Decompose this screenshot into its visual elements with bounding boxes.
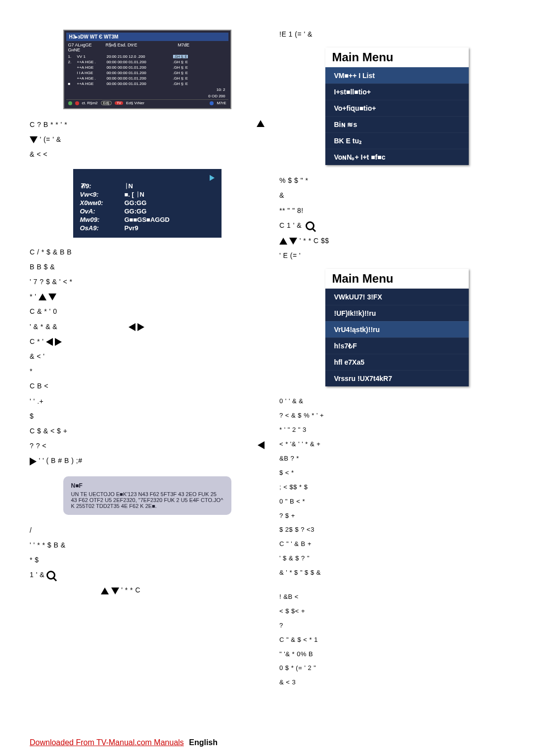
text-line: " '& * 0% B	[279, 650, 514, 659]
text-line: * '	[30, 292, 265, 301]
timer-time: 10: 2	[66, 86, 228, 93]
text-line: C $ & < $ +	[30, 426, 265, 435]
green-dot-icon	[68, 101, 72, 105]
settings-row: X0wм0:GG:GG	[80, 199, 215, 207]
settings-row: Mw09:G■■GS■AGGD	[80, 216, 215, 223]
up-arrow-icon	[101, 588, 109, 594]
menu-item[interactable]: Biɴ ≋s	[325, 116, 469, 132]
footer-link[interactable]: Downloaded From TV-Manual.com Manuals	[30, 738, 184, 747]
down-arrow-icon	[111, 588, 119, 594]
text-line: ' $ & $ ? "	[279, 554, 514, 563]
text-line: ' ' ( B # B ) ;#	[30, 456, 265, 465]
text-line: 0 " B < *	[279, 498, 514, 506]
text-line: & < <	[30, 150, 265, 159]
text-line: ' 7 ? $ & ' < *	[30, 277, 265, 286]
timer-row: ++A HGE 00:00 00:00 01.01.200 .GH §: E	[66, 65, 228, 70]
menu-item[interactable]: VM■++ I List	[325, 67, 469, 84]
menu-item[interactable]: Vrssru !UX7t4kR7	[325, 370, 469, 386]
text-line: ' & * & &	[30, 322, 265, 331]
text-line: ?	[279, 622, 514, 630]
text-line: ? < & $ % * ' +	[279, 412, 514, 420]
menu-item[interactable]: I+st■ll■tio+	[325, 84, 469, 100]
menu-item[interactable]: Vo+fiɋu■tio+	[325, 100, 469, 116]
menu-item[interactable]: VrU4!ąstk)!!ru	[325, 321, 469, 337]
menu-item[interactable]: hﬂ e7Xa5	[325, 354, 469, 370]
footer-language: English	[189, 738, 218, 747]
text-line: ? ? <	[30, 441, 265, 450]
note-title: N■F	[71, 482, 223, 489]
timer-row: 2. ++A HGE . 00:00 00:00 01.01.200 .GH §…	[66, 59, 228, 65]
menu-item[interactable]: VoɴNₒ+ I+t ■f■c	[325, 149, 469, 165]
text-line: ' E (= '	[279, 251, 514, 260]
text-line: C 1 ' &	[279, 221, 514, 230]
right-arrow-icon	[55, 338, 62, 346]
text-line: ' (= ' &	[30, 135, 265, 144]
down-arrow-icon	[48, 294, 56, 300]
timer-controls: ct. R§m2 Ed§ TV Ed§ VıNer M7rE	[66, 99, 228, 106]
text-line: C & * ' 0	[30, 307, 265, 316]
timer-cols: G7 ALнgGE GнNE R§н§ Esd. DⰔE M7dE	[66, 41, 228, 54]
text-line: C B <	[30, 381, 265, 390]
left-arrow-icon	[129, 323, 135, 331]
note-body: UN TE UECTOJO E■K'123 N43 F62 5FT3F 43 2…	[71, 491, 223, 509]
text-line: *	[30, 367, 265, 376]
main-menu-1: Main Menu VM■++ I List I+st■ll■tio+ Vo+f…	[325, 47, 469, 165]
text-line: &B ? *	[279, 455, 514, 463]
timer-row: I I A HGE 00:00 00:00 01.01.200 .GH §: E	[66, 70, 228, 76]
text-line: ? $ +	[279, 512, 514, 520]
timer-row: ■ ++A HGE 00:00 00:00 01.01.200 .GH §: E	[66, 81, 228, 86]
menu-item[interactable]: BK E tu₂	[325, 132, 469, 149]
up-arrow-icon	[39, 294, 46, 300]
left-arrow-icon	[46, 338, 53, 346]
tv-pill: TV	[115, 101, 123, 105]
down-arrow-icon	[30, 136, 38, 143]
text-line: & < '	[30, 352, 265, 361]
text-line: ; < $$ * $	[279, 483, 514, 492]
menu-item[interactable]: h!s7₺F	[325, 337, 469, 354]
settings-row: OsA9:Pvr9	[80, 224, 215, 232]
settings-row: ₮/9:ᛁN	[80, 182, 215, 190]
text-line: 1 ' &	[30, 570, 265, 580]
settings-row: Vw<9:■. [ ᛁN	[80, 191, 215, 198]
up-arrow-icon	[257, 120, 265, 127]
text-line: & ' * $ " $ $ &	[279, 569, 514, 577]
text-line: 0 ' ' & &	[279, 397, 514, 406]
timer-title: H3▸зDW WT Є WT3M	[66, 33, 228, 41]
text-line: C / * $ & B B	[30, 248, 265, 256]
text-line: * $	[30, 555, 265, 564]
menu-item[interactable]: VWkUU7! 3!FX	[325, 289, 469, 305]
right-arrow-icon	[30, 458, 37, 465]
settings-window: ₮/9:ᛁN Vw<9:■. [ ᛁN X0wм0:GG:GG OvA:GG:G…	[73, 169, 222, 238]
text-line: &	[279, 191, 514, 200]
text-line: < * '& ' ' * & +	[279, 440, 514, 449]
text-line: % $ $ " *	[279, 176, 514, 185]
text-line: ** " " 8!	[279, 206, 514, 215]
text-line: ! &B <	[279, 593, 514, 601]
text-line: /	[30, 526, 265, 535]
magnifier-icon	[306, 221, 314, 230]
magnifier-icon	[46, 571, 55, 580]
left-arrow-icon	[258, 441, 265, 449]
text-line: C * '	[30, 337, 265, 346]
menu-item[interactable]: !UF)Ik!!k)!!ru	[325, 305, 469, 321]
text-line: $ < *	[279, 469, 514, 477]
down-arrow-icon	[289, 238, 297, 245]
text-line: ' ' .+	[30, 397, 265, 406]
ok-pill: Ed§	[101, 101, 112, 105]
text-line: $	[30, 412, 265, 420]
text-line: B B $ &	[30, 262, 265, 271]
note-box: N■F UN TE UECTOJO E■K'123 N43 F62 5FT3F …	[63, 476, 231, 515]
text-line: C " ' & B +	[279, 540, 514, 548]
text-line: * ' " 2 " 3	[279, 426, 514, 434]
menu-title: Main Menu	[325, 47, 469, 67]
up-arrow-icon	[279, 238, 287, 245]
text-line: & < 3	[279, 678, 514, 687]
timer-row: 1. VV 1 20:00 21:00 12.0 .200 .GH §: E	[66, 54, 228, 59]
text-line: C " & $ < * 1	[279, 636, 514, 644]
timer-date: 0 OD 200	[66, 93, 228, 99]
text-line: < $ $< +	[279, 607, 514, 616]
text-line: !E 1 (= ' &	[279, 30, 514, 39]
text-line: ' ' * * $ B &	[30, 541, 265, 549]
text-line: C ? B * * ' *	[30, 120, 265, 129]
text-line: $ 2$ $ ? <3	[279, 526, 514, 534]
